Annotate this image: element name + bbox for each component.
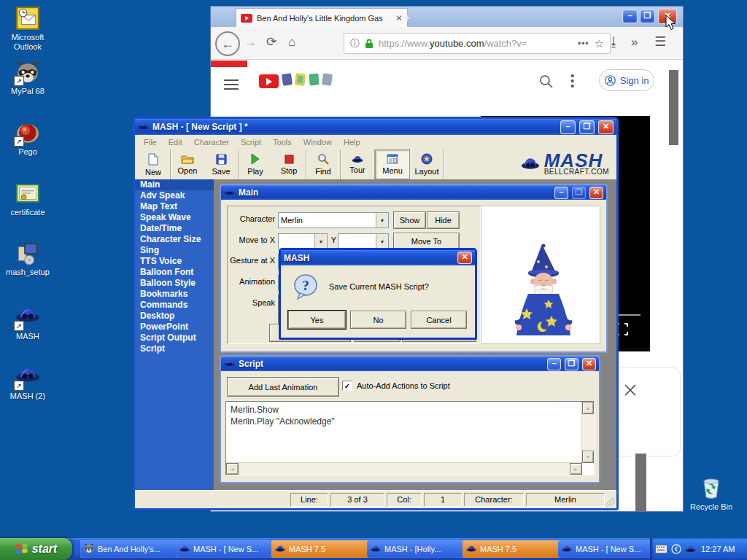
sidebar-item-date-time[interactable]: Date/Time xyxy=(135,223,214,234)
sidebar-item-script[interactable]: Script xyxy=(135,343,214,354)
move-x-combo[interactable]: ▼ xyxy=(278,233,328,249)
url-text[interactable]: https://www.youtube.com/watch?v= xyxy=(379,38,573,49)
back-icon[interactable]: ← xyxy=(215,31,240,56)
mash-setup-icon[interactable] xyxy=(15,241,40,265)
mash-minimize-button[interactable]: – xyxy=(560,120,576,134)
recycle-bin[interactable]: Recycle Bin xyxy=(684,475,738,512)
kebab-dots-icon[interactable]: ••• xyxy=(570,73,574,88)
sidebar-item-bookmarks[interactable]: Bookmarks xyxy=(135,289,214,300)
new-tab-button[interactable]: + xyxy=(403,11,411,26)
script-minimize-button[interactable]: – xyxy=(547,358,561,370)
no-button[interactable]: No xyxy=(350,311,406,329)
pego-icon[interactable]: ↗ xyxy=(15,120,40,145)
show-button[interactable]: Show xyxy=(393,211,426,229)
mash-hat-icon[interactable]: ↗ xyxy=(15,365,40,389)
script-close-button[interactable]: ✕ xyxy=(582,358,596,370)
download-icon[interactable]: ⭳ xyxy=(608,36,620,49)
toolbar-save-button[interactable]: Save xyxy=(204,149,238,179)
toolbar-menu-button[interactable]: Menu xyxy=(375,149,410,179)
minimize-button[interactable]: – xyxy=(622,9,638,23)
toolbar-play-button[interactable]: Play xyxy=(239,149,272,179)
menu-edit[interactable]: Edit xyxy=(163,136,188,148)
toolbar-open-button[interactable]: Open xyxy=(171,149,204,179)
panel-scrollbar[interactable] xyxy=(635,454,646,512)
dialog-titlebar[interactable]: MASH ✕ xyxy=(281,250,475,265)
menu-file[interactable]: File xyxy=(138,136,163,148)
mypal-icon[interactable]: ↗ xyxy=(15,60,40,85)
add-last-animation-button[interactable]: Add Last Animation xyxy=(227,377,339,397)
desktop-icon-mash-2-[interactable]: ↗ MASH (2) xyxy=(1,365,55,401)
desktop-icon-pego[interactable]: ↗ Pego xyxy=(1,120,55,157)
certificate-icon[interactable] xyxy=(15,181,40,206)
desktop-icon-mash-setup[interactable]: mash_setup xyxy=(1,241,55,277)
resize-grip[interactable] xyxy=(605,497,615,507)
keyboard-icon[interactable] xyxy=(655,545,667,553)
more-icon[interactable]: ••• xyxy=(578,39,589,49)
hamburger-menu-icon[interactable]: ☰ xyxy=(654,35,666,49)
maximize-button[interactable]: ❐ xyxy=(640,9,655,23)
start-button[interactable]: start xyxy=(0,538,72,560)
sidebar-item-balloon-font[interactable]: Balloon Font xyxy=(135,267,214,278)
taskbar-task-6[interactable]: MASH - [ New S... xyxy=(558,540,659,558)
script-vscrollbar[interactable]: ▲ ▼ xyxy=(581,402,594,463)
sidebar-item-tts-voice[interactable]: TTS Voice xyxy=(135,256,214,267)
browser-tab[interactable]: Ben And Holly's Little Kingdom Gas ✕ xyxy=(236,8,408,28)
sidebar-item-balloon-style[interactable]: Balloon Style xyxy=(135,278,214,289)
script-maximize-button[interactable]: ❐ xyxy=(565,358,578,370)
menu-tools[interactable]: Tools xyxy=(267,136,298,148)
mash-hat-icon[interactable]: ↗ xyxy=(15,305,40,330)
main-maximize-button[interactable]: ❐ xyxy=(572,187,586,199)
move-y-combo[interactable]: ▼ xyxy=(338,233,389,249)
main-window-titlebar[interactable]: Main – ❐ ✕ xyxy=(221,185,606,200)
url-bar[interactable]: ⓘ https://www.youtube.com/watch?v= ••• ☆ xyxy=(344,33,611,54)
tab-close-icon[interactable]: ✕ xyxy=(395,13,403,23)
mash-titlebar[interactable]: MASH - [ New Script ] * – ❐ ✕ xyxy=(135,119,616,135)
chevrons-icon[interactable]: » xyxy=(631,36,638,49)
taskbar-task-2[interactable]: MASH - [ New S... xyxy=(176,540,276,558)
menu-script[interactable]: Script xyxy=(235,136,267,148)
menu-help[interactable]: Help xyxy=(338,136,366,148)
toolbar-layout-button[interactable]: Layout xyxy=(410,149,444,179)
script-hscrollbar[interactable]: ◄ ► xyxy=(226,462,582,475)
script-text-area[interactable]: Merlin.ShowMerlin.Play "Acknowledge" ▲ ▼… xyxy=(225,401,595,475)
main-close-button[interactable]: ✕ xyxy=(589,187,603,199)
desktop-icon-microsoft-outlook[interactable]: Microsoft Outlook xyxy=(1,6,55,52)
sidebar-item-character-size[interactable]: Character Size xyxy=(135,234,214,245)
youtube-logo[interactable] xyxy=(259,74,333,88)
dialog-close-button[interactable]: ✕ xyxy=(457,252,472,264)
sidebar-item-sing[interactable]: Sing xyxy=(135,245,214,256)
mash-maximize-button[interactable]: ❐ xyxy=(579,120,595,134)
desktop-icon-mash[interactable]: ↗ MASH xyxy=(1,305,55,341)
mash-close-button[interactable]: ✕ xyxy=(598,120,614,134)
hide-button[interactable]: Hide xyxy=(427,211,460,229)
auto-add-checkbox-row[interactable]: ✓ Auto-Add Actions to Script xyxy=(342,381,450,391)
sidebar-item-map-text[interactable]: Map Text xyxy=(135,201,214,212)
chevron-left-icon[interactable] xyxy=(671,544,681,554)
sidebar-item-desktop[interactable]: Desktop xyxy=(135,311,214,322)
sidebar-item-main[interactable]: Main xyxy=(135,179,214,190)
sidebar-item-adv-speak[interactable]: Adv Speak xyxy=(135,190,214,201)
desktop-icon-mypal-68[interactable]: ↗ MyPal 68 xyxy=(1,60,55,96)
cancel-button[interactable]: Cancel xyxy=(411,311,467,329)
reload-icon[interactable]: ⟳ xyxy=(266,36,276,49)
character-combo[interactable]: Merlin▼ xyxy=(278,212,389,228)
sidebar-item-script-output[interactable]: Script Output xyxy=(135,332,214,343)
browser-tab-strip[interactable]: Ben And Holly's Little Kingdom Gas ✕ + –… xyxy=(211,7,683,27)
info-icon[interactable]: ⓘ xyxy=(350,37,360,50)
toolbar-tour-button[interactable]: Tour xyxy=(341,149,374,179)
page-scrollbar[interactable] xyxy=(669,70,678,145)
auto-add-checkbox[interactable]: ✓ xyxy=(342,381,352,391)
taskbar-task-4[interactable]: MASH - [Holly... xyxy=(367,540,468,558)
sign-in-button[interactable]: Sign in xyxy=(599,69,654,91)
taskbar-task-3[interactable]: MASH 7.5 xyxy=(271,540,372,558)
script-window-titlebar[interactable]: Script – ❐ ✕ xyxy=(221,357,599,371)
toolbar-new-button[interactable]: New xyxy=(136,149,170,179)
main-minimize-button[interactable]: – xyxy=(554,187,568,199)
recycle-bin-icon[interactable] xyxy=(699,475,724,500)
toolbar-find-button[interactable]: Find xyxy=(306,149,340,179)
taskbar-task-5[interactable]: MASH 7.5 xyxy=(462,540,563,558)
desktop-icon-certificate[interactable]: certificate xyxy=(1,181,55,217)
menu-window[interactable]: Window xyxy=(298,136,338,148)
bookmark-star-icon[interactable]: ☆ xyxy=(595,37,604,50)
sidebar-item-commands[interactable]: Commands xyxy=(135,300,214,311)
